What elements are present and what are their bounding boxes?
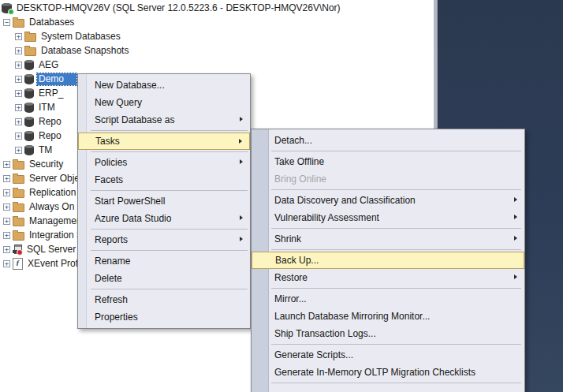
menu-item-label: Refresh <box>95 294 128 305</box>
menu-item-label: Vulnerability Assessment <box>274 212 379 223</box>
folder-icon <box>13 161 24 170</box>
menu-item-back-up[interactable]: Back Up... <box>252 252 524 269</box>
expand-icon[interactable]: + <box>15 76 22 83</box>
menu-item-label: Script Database as <box>95 114 174 125</box>
menu-item-bring-online: Bring Online <box>252 170 524 188</box>
folder-icon <box>24 33 36 42</box>
folder-icon <box>24 47 36 56</box>
submenu-arrow-icon <box>240 117 243 121</box>
submenu-arrow-icon <box>514 274 517 279</box>
menu-item-vulnerability-assessment[interactable]: Vulnerability Assessment <box>252 209 524 226</box>
menu-item-restore[interactable]: Restore <box>252 269 524 286</box>
menu-item-shrink[interactable]: Shrink <box>252 230 524 248</box>
menu-item-launch-database-mirroring-monitor[interactable]: Launch Database Mirroring Monitor... <box>252 308 524 325</box>
menu-item-label: New Database... <box>95 80 165 91</box>
menu-item-label: Facets <box>95 174 123 185</box>
menu-item-detach[interactable]: Detach... <box>252 132 524 149</box>
menu-item-generate-in-memory-oltp-migration-checklists[interactable]: Generate In-Memory OLTP Migration Checkl… <box>252 364 524 381</box>
menu-item-label: Generate In-Memory OLTP Migration Checkl… <box>274 367 475 378</box>
menu-item-label: Bring Online <box>274 174 326 185</box>
menu-item-take-offline[interactable]: Take Offline <box>252 153 524 170</box>
menu-item-azure-data-studio[interactable]: Azure Data Studio <box>78 210 250 227</box>
menu-item-label: Ship Transaction Logs... <box>274 328 376 339</box>
menu-item-label: Start PowerShell <box>95 196 165 207</box>
tree-item-aeg[interactable]: + AEG <box>0 58 434 72</box>
menu-item-generate-scripts[interactable]: Generate Scripts... <box>252 346 524 364</box>
database-icon <box>24 117 34 127</box>
folder-icon <box>13 203 24 212</box>
expand-icon[interactable]: + <box>15 104 22 111</box>
menu-item-start-powershell[interactable]: Start PowerShell <box>78 192 250 210</box>
menu-item-label: Back Up... <box>275 255 319 266</box>
expand-icon[interactable]: + <box>15 33 22 40</box>
menu-item-label: Tasks <box>95 136 120 147</box>
expand-icon[interactable]: + <box>15 90 22 97</box>
menu-item-label: Detach... <box>274 135 312 146</box>
tree-item-label: Security <box>28 159 65 170</box>
tree-item-label: Replication <box>28 187 77 198</box>
menu-item-facets[interactable]: Facets <box>78 171 250 189</box>
menu-separator <box>271 381 521 385</box>
menu-item-delete[interactable]: Delete <box>78 270 250 287</box>
menu-item-label: New Query <box>95 97 142 108</box>
folder-icon <box>13 19 24 28</box>
tree-item-label: Repo <box>37 130 63 141</box>
tree-item-label: Databases <box>28 17 76 28</box>
expand-icon[interactable]: + <box>3 161 10 168</box>
menu-item-label: Data Discovery and Classification <box>274 195 416 206</box>
expand-icon[interactable]: + <box>3 189 10 196</box>
tree-item-desktop-hmqv26v-sql-server-12-0-5223-6-d[interactable]: DESKTOP-HMQV26V (SQL Server 12.0.5223.6 … <box>0 1 434 15</box>
tree-item-label: ERP_ <box>37 88 65 99</box>
menu-item-reports[interactable]: Reports <box>78 231 250 248</box>
database-icon <box>24 88 34 99</box>
menu-item-data-discovery-and-classification[interactable]: Data Discovery and Classification <box>252 192 524 209</box>
submenu-arrow-icon <box>240 159 243 164</box>
database-icon <box>24 103 34 113</box>
menu-item-label: Properties <box>95 312 138 323</box>
xevent-profiler-icon <box>13 258 23 270</box>
menu-item-properties[interactable]: Properties <box>78 308 250 326</box>
menu-item-label: Restore <box>274 272 308 283</box>
expand-icon[interactable]: + <box>15 133 22 140</box>
menu-item-label: Mirror... <box>274 293 307 304</box>
menu-item-label: Reports <box>95 234 128 245</box>
tree-item-database-snapshots[interactable]: + Database Snapshots <box>0 43 434 58</box>
expand-icon[interactable]: + <box>3 218 10 225</box>
expand-icon[interactable]: + <box>3 203 10 211</box>
tree-item-label: DESKTOP-HMQV26V (SQL Server 12.0.5223.6 … <box>15 2 342 13</box>
tree-item-label: AEG <box>37 59 60 70</box>
menu-item-ship-transaction-logs[interactable]: Ship Transaction Logs... <box>252 325 524 342</box>
menu-item-new-database[interactable]: New Database... <box>78 77 250 94</box>
menu-item-label: Generate Scripts... <box>274 349 353 360</box>
tree-item-databases[interactable]: − Databases <box>0 15 434 29</box>
menu-item-label: Take Offline <box>274 156 324 167</box>
collapse-icon[interactable]: − <box>3 19 10 26</box>
menu-item-policies[interactable]: Policies <box>78 154 250 171</box>
menu-item-mirror[interactable]: Mirror... <box>252 290 524 308</box>
expand-icon[interactable]: + <box>3 260 10 267</box>
submenu-arrow-icon <box>514 236 517 241</box>
menu-item-new-query[interactable]: New Query <box>78 94 250 111</box>
expand-icon[interactable]: + <box>15 47 22 54</box>
menu-item-rename[interactable]: Rename <box>78 252 250 270</box>
expand-icon[interactable]: + <box>15 147 22 154</box>
database-icon <box>24 145 34 155</box>
folder-icon <box>13 175 24 184</box>
menu-item-tasks[interactable]: Tasks <box>78 133 250 150</box>
expand-icon[interactable]: + <box>3 246 10 253</box>
menu-item-script-database-as[interactable]: Script Database as <box>78 111 250 129</box>
submenu-arrow-icon <box>240 215 243 220</box>
tree-item-system-databases[interactable]: + System Databases <box>0 29 434 43</box>
expand-icon[interactable]: + <box>3 175 10 182</box>
database-icon <box>24 131 34 141</box>
expand-icon[interactable]: + <box>15 118 22 125</box>
tree-item-label: TM <box>37 144 54 155</box>
menu-item-refresh[interactable]: Refresh <box>78 291 250 308</box>
menu-item-label: Shrink <box>274 233 301 245</box>
expand-icon[interactable]: + <box>15 62 22 69</box>
menu-item-label: Policies <box>95 157 127 168</box>
server-icon <box>2 3 12 13</box>
database-icon <box>24 60 34 70</box>
tree-item-label: System Databases <box>39 31 122 42</box>
expand-icon[interactable]: + <box>3 232 10 239</box>
